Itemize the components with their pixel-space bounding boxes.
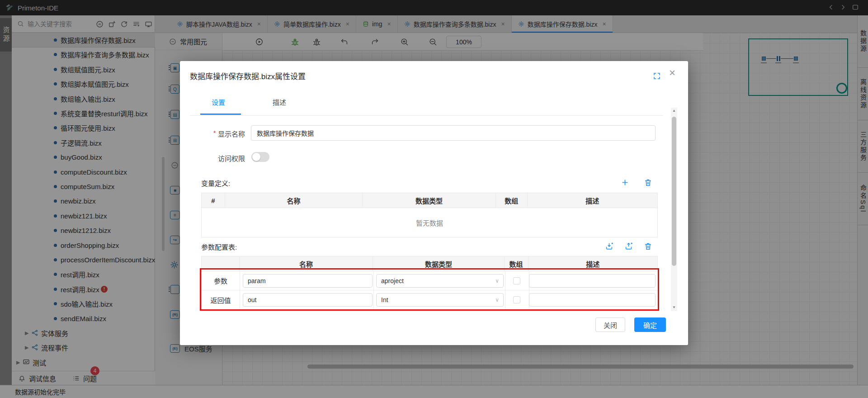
cell-divider: [505, 290, 505, 309]
param-name-input[interactable]: [243, 293, 373, 307]
delete-variable-icon[interactable]: [644, 178, 652, 187]
param-desc-input[interactable]: [529, 274, 656, 288]
select-value: Int: [381, 296, 388, 303]
param-row-label: 参数: [202, 271, 240, 290]
param-type-select[interactable]: aproject∨: [376, 274, 504, 288]
toggle-knob: [252, 153, 260, 161]
variables-table: #名称数据类型数组描述 暂无数据: [201, 193, 658, 237]
import-params-icon[interactable]: [605, 242, 613, 251]
param-type-select[interactable]: Int∨: [376, 293, 504, 307]
column-header: 描述: [528, 256, 657, 271]
dialog-title: 数据库操作保存数据.bizx属性设置: [190, 70, 306, 81]
param-row-label: 返回值: [202, 290, 240, 309]
params-section-label: 参数配置表:: [201, 242, 237, 251]
scroll-up-icon[interactable]: ▲: [672, 109, 676, 113]
column-header: 描述: [528, 193, 657, 208]
params-table-body: 参数aproject∨返回值Int∨: [202, 271, 657, 309]
active-tab-underline: [200, 114, 241, 115]
column-header: 数组: [505, 256, 528, 271]
tab-divider: [190, 115, 663, 116]
display-name-label: 显示名称: [218, 129, 245, 138]
variables-section-label: 变量定义:: [201, 178, 230, 188]
properties-dialog: 数据库操作保存数据.bizx属性设置 × 设置 描述 * 显示名称 访问权限 变…: [180, 61, 688, 345]
column-header: 数据类型: [363, 193, 495, 208]
column-header: [202, 256, 240, 271]
cell-divider: [505, 271, 505, 290]
empty-state-text: 暂无数据: [202, 208, 657, 237]
dialog-tab-description[interactable]: 描述: [273, 97, 286, 107]
close-button[interactable]: 关闭: [595, 317, 625, 332]
expand-icon[interactable]: [653, 72, 661, 80]
column-header: 数组: [496, 193, 528, 208]
add-variable-icon[interactable]: [621, 178, 629, 187]
chevron-down-icon: ∨: [495, 278, 499, 284]
column-header: 名称: [225, 193, 363, 208]
array-checkbox[interactable]: [513, 296, 520, 303]
dialog-scrollbar-thumb[interactable]: [672, 117, 676, 266]
export-params-icon[interactable]: [624, 242, 633, 251]
chevron-down-icon: ∨: [495, 297, 499, 303]
param-desc-input[interactable]: [529, 293, 656, 307]
access-toggle[interactable]: [251, 152, 269, 162]
access-label: 访问权限: [218, 153, 245, 163]
param-name-input[interactable]: [243, 274, 373, 288]
delete-param-icon[interactable]: [644, 242, 652, 251]
app-root: Primeton-IDE 资源 AI 数据库操作保存数据.bizx数据库操作查询…: [0, 0, 868, 398]
array-checkbox[interactable]: [513, 277, 520, 284]
column-header: #: [202, 193, 225, 208]
cell-divider: [373, 290, 374, 309]
column-header: 名称: [240, 256, 373, 271]
confirm-button[interactable]: 确定: [634, 317, 666, 332]
column-header: 数据类型: [373, 256, 504, 271]
dialog-tab-settings[interactable]: 设置: [212, 97, 225, 107]
scroll-down-icon[interactable]: ▼: [672, 305, 676, 309]
cell-divider: [373, 271, 374, 290]
table-header-row: 名称数据类型数组描述: [202, 256, 657, 271]
close-icon[interactable]: ×: [669, 66, 675, 79]
display-name-input[interactable]: [251, 125, 656, 141]
cell-divider: [240, 271, 240, 290]
param-row: 返回值Int∨: [202, 290, 657, 309]
cell-divider: [240, 290, 240, 309]
select-value: aproject: [381, 277, 404, 284]
table-header-row: #名称数据类型数组描述: [202, 193, 657, 208]
required-asterisk: *: [213, 129, 216, 137]
params-table: 名称数据类型数组描述 参数aproject∨返回值Int∨: [201, 256, 658, 310]
param-row: 参数aproject∨: [202, 271, 657, 290]
